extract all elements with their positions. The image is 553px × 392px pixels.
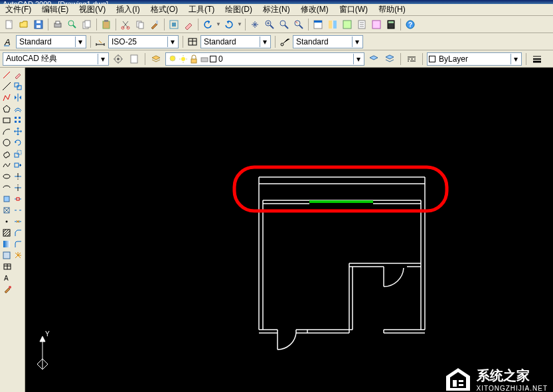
help-icon[interactable]: ? (404, 18, 417, 31)
trim-icon[interactable] (13, 170, 24, 182)
menu-edit[interactable]: 编辑(E) (38, 3, 72, 16)
copy-tool-icon[interactable] (13, 80, 24, 92)
fillet-icon[interactable] (13, 238, 24, 249)
zoom-realtime-icon[interactable] (263, 18, 276, 31)
mtext-icon[interactable]: A (1, 272, 13, 283)
ellipse-icon[interactable] (1, 170, 13, 182)
ml-style-value[interactable] (295, 36, 352, 47)
workspace-combo[interactable]: ▾ (3, 52, 109, 66)
gradient-icon[interactable] (1, 238, 13, 249)
workspace-value[interactable] (5, 54, 98, 64)
pline-icon[interactable] (1, 92, 13, 103)
layer-combo[interactable]: 0 ▾ (165, 52, 364, 66)
menu-format[interactable]: 格式(O) (147, 3, 182, 16)
tool-palette-icon[interactable] (341, 18, 354, 31)
table-style-icon[interactable] (187, 36, 198, 47)
mirror-icon[interactable] (13, 92, 24, 103)
workspace-settings-icon[interactable] (112, 52, 125, 66)
chevron-down-icon[interactable]: ▾ (511, 54, 520, 64)
match-icon[interactable] (148, 18, 161, 31)
menu-dim[interactable]: 标注(N) (259, 3, 294, 16)
print-icon[interactable] (51, 18, 64, 31)
chevron-down-icon[interactable]: ▾ (352, 36, 361, 47)
make-block-icon[interactable] (1, 204, 13, 216)
paste-icon[interactable] (100, 18, 113, 31)
linetype-combo[interactable]: ▾ (427, 52, 522, 66)
insert-block-icon[interactable] (1, 193, 13, 204)
break-point-icon[interactable] (13, 193, 24, 204)
zoom-window-icon[interactable] (277, 18, 291, 31)
rectangle-icon[interactable] (1, 114, 13, 125)
multileader-style-icon[interactable] (279, 36, 290, 47)
dim-style-icon[interactable] (95, 36, 106, 47)
redo-drop[interactable]: ▼ (237, 21, 242, 27)
save-icon[interactable] (32, 18, 45, 31)
polygon-icon[interactable] (1, 103, 13, 114)
menu-file[interactable]: 文件(F) (1, 3, 35, 16)
undo-drop[interactable]: ▼ (216, 21, 221, 27)
chevron-down-icon[interactable]: ▾ (167, 36, 177, 47)
menu-insert[interactable]: 插入(I) (112, 3, 143, 16)
menu-window[interactable]: 窗口(W) (335, 3, 372, 16)
hatch-icon[interactable] (1, 227, 13, 238)
publish-icon[interactable] (80, 18, 94, 31)
text-style-icon[interactable]: A (3, 36, 13, 47)
array-icon[interactable] (13, 114, 24, 125)
stretch-icon[interactable] (13, 159, 24, 170)
copy-icon[interactable] (133, 18, 147, 31)
ellipse-arc-icon[interactable] (1, 182, 13, 193)
text-style-value[interactable] (18, 36, 75, 47)
drawing-canvas[interactable]: Y 系统之家 XITONGZHIJIA.NET (25, 68, 553, 392)
chevron-down-icon[interactable]: ▾ (75, 36, 84, 47)
table-icon[interactable] (1, 261, 13, 272)
move-icon[interactable] (13, 125, 24, 137)
chevron-down-icon[interactable]: ▾ (260, 36, 269, 47)
chamfer-icon[interactable] (13, 227, 24, 238)
eraser-icon[interactable] (182, 18, 195, 31)
text-style-combo[interactable]: ▾ (16, 35, 86, 48)
join-icon[interactable] (13, 216, 24, 227)
plot-preview-icon[interactable] (66, 18, 79, 31)
calculator-icon[interactable] (384, 18, 398, 31)
layer-states-icon[interactable] (383, 52, 396, 66)
open-icon[interactable] (17, 18, 31, 31)
menu-modify[interactable]: 修改(M) (297, 3, 333, 16)
layer-manager-icon[interactable] (149, 52, 163, 66)
sheet-set-icon[interactable] (355, 18, 368, 31)
new-icon[interactable] (3, 18, 16, 31)
design-center-icon[interactable] (326, 18, 339, 31)
line-icon[interactable] (1, 69, 13, 80)
erase-icon[interactable] (13, 69, 24, 80)
xline-icon[interactable] (1, 80, 13, 92)
revcloud-icon[interactable] (1, 148, 13, 159)
redo-icon[interactable] (222, 18, 236, 31)
ml-style-combo[interactable]: ▾ (293, 35, 363, 48)
chevron-down-icon[interactable]: ▾ (353, 54, 362, 64)
rotate-icon[interactable] (13, 137, 24, 148)
markup-icon[interactable] (370, 18, 383, 31)
pan-icon[interactable] (248, 18, 262, 31)
dim-style-combo[interactable]: ▾ (108, 35, 179, 48)
workspace-save-icon[interactable] (127, 52, 141, 66)
chevron-down-icon[interactable]: ▾ (98, 54, 107, 64)
cut-icon[interactable] (119, 18, 132, 31)
zoom-prev-icon[interactable] (292, 18, 305, 31)
extend-icon[interactable] (13, 182, 24, 193)
linetype-value[interactable] (437, 54, 511, 64)
region-icon[interactable] (1, 249, 13, 261)
menu-draw[interactable]: 绘图(D) (221, 3, 256, 16)
menu-view[interactable]: 视图(V) (75, 3, 110, 16)
point-icon[interactable] (1, 216, 13, 227)
menu-tools[interactable]: 工具(T) (185, 3, 218, 16)
arc-icon[interactable] (1, 125, 13, 137)
linetype-manager-icon[interactable] (405, 52, 418, 66)
undo-icon[interactable] (201, 18, 214, 31)
menu-help[interactable]: 帮助(H) (374, 3, 410, 16)
circle-icon[interactable] (1, 137, 13, 148)
block-editor-icon[interactable] (167, 18, 181, 31)
explode-icon[interactable] (13, 249, 24, 261)
offset-icon[interactable] (13, 103, 24, 114)
layer-prev-icon[interactable] (367, 52, 380, 66)
break-icon[interactable] (13, 204, 24, 216)
properties-icon[interactable] (311, 18, 325, 31)
